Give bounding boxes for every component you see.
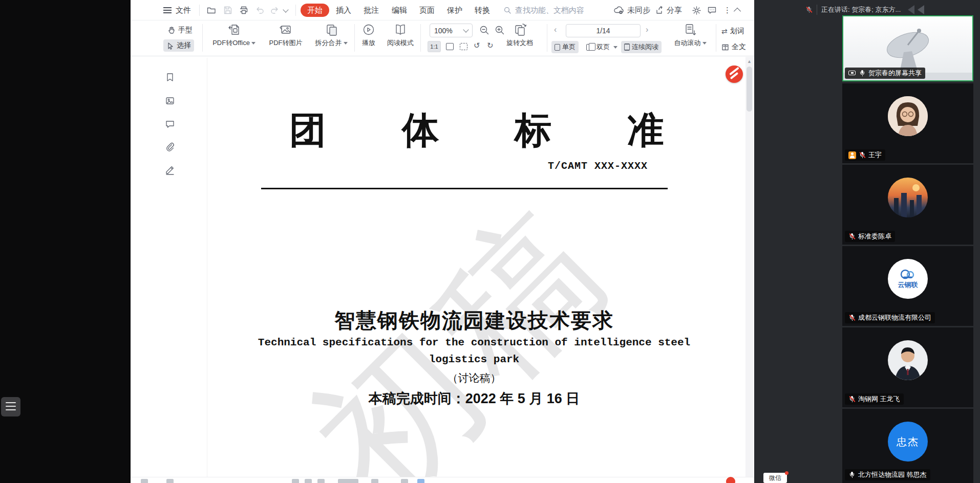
participant-tile[interactable]: 忠杰 北方恒达物流园 韩思杰 [842,409,973,483]
file-menu-label[interactable]: 文件 [176,6,191,15]
participant-name: 成都云钢联物流有限公司 [858,313,931,322]
attachment-icon[interactable] [165,142,175,152]
rotate-doc-label: 旋转文档 [506,38,533,48]
double-page-label: 双页 [596,42,610,52]
participant-name: 标准委陈卓 [858,232,891,241]
wechat-label: 微信 [769,474,781,482]
bottom-icon[interactable] [417,479,424,483]
rotate-right-icon[interactable]: ↻ [487,41,494,50]
document-page[interactable]: 初稿 团体标准 T/CAMT XXX-XXXX 智慧钢铁物流园建设技术要求 Te… [207,58,741,483]
wechat-taskbar-chip[interactable]: 微信 [763,473,787,483]
participant-tile[interactable]: 标准委陈卓 [842,165,973,245]
auto-scroll-label: 自动滚动 [674,38,701,48]
comments-panel-icon[interactable] [165,119,175,129]
continuous-button[interactable]: 连续阅读 [621,41,662,53]
chevron-down-icon [283,7,288,12]
nav-arrows-icon[interactable] [908,5,924,14]
ez-logo-badge[interactable] [726,65,743,83]
split-merge-icon [324,23,338,37]
bookmark-icon[interactable] [165,72,175,82]
hand-label: 手型 [178,26,193,35]
vertical-scrollbar[interactable]: ▲ ▼ [745,57,753,483]
bottom-icon[interactable] [166,479,174,483]
logo-text: 云钢联 [898,280,918,290]
participant-avatar [888,96,928,136]
tab-home[interactable]: 开始 [301,4,329,17]
tab-insert[interactable]: 插入 [332,0,355,20]
bottom-icon[interactable] [317,479,325,483]
actual-size-button[interactable]: 1:1 [428,41,441,52]
bottom-icon[interactable] [305,479,312,483]
zoom-out-button[interactable] [479,25,490,38]
auto-scroll-button[interactable]: 自动滚动 [667,23,713,54]
search-field[interactable]: 查找功能、文档内容 [503,0,584,20]
next-page-button[interactable]: › [646,25,648,34]
participant-name: 淘钢网 王龙飞 [858,394,900,404]
auto-scroll-icon [684,23,697,37]
participant-label: 王宇 [845,149,885,161]
draft-note: （讨论稿） [207,371,741,385]
rotate-doc-button[interactable]: 旋转文档 [495,23,544,54]
notes-list-button[interactable] [1,397,20,416]
double-page-button[interactable]: 双页 [583,41,621,53]
bottom-zoom-slider[interactable] [338,479,358,483]
main-menu-button[interactable]: 文件 [163,0,191,20]
double-page-icon [586,44,592,51]
caret-icon [613,46,617,49]
doc-header-title: 团体标准 [289,112,664,149]
undo-icon [255,5,265,15]
bottom-icon[interactable] [371,479,378,483]
read-mode-button[interactable]: 阅读模式 [377,23,423,54]
red-app-icon[interactable] [726,477,735,483]
cloud-sync-icon [613,6,625,15]
single-page-button[interactable]: 单页 [551,41,579,53]
bottom-icon[interactable] [401,479,408,483]
rotate-left-icon[interactable]: ↺ [474,41,480,50]
tab-convert[interactable]: 转换 [471,0,494,20]
thumbnails-icon[interactable] [165,96,175,106]
open-button[interactable] [206,0,217,20]
redo-button[interactable] [269,0,280,20]
folder-open-icon [206,5,217,15]
translate-icon: ⇄ [721,27,728,35]
full-translate-button[interactable]: 全文 [718,41,749,53]
collapse-toolbar-button[interactable] [735,0,740,20]
pdf-to-image-button[interactable]: PDF转图片 [261,23,310,54]
bottom-icon[interactable] [141,479,148,483]
scrollbar-thumb[interactable] [747,67,752,112]
page-indicator-input[interactable]: 1/14 [566,24,641,37]
save-button[interactable] [223,0,233,20]
fit-width-icon[interactable] [460,43,467,50]
participant-tile[interactable]: 云钢联 成都云钢联物流有限公司 [842,246,973,326]
settings-button[interactable] [692,0,701,20]
pdf-to-office-button[interactable]: PDF转Office [209,23,259,54]
redo-icon [269,5,280,15]
tab-comment[interactable]: 批注 [359,0,383,20]
continuous-icon [624,43,630,51]
participant-tile[interactable]: 淘钢网 王龙飞 [842,327,973,407]
fit-page-icon[interactable] [446,43,454,50]
prev-page-button[interactable]: ‹ [554,25,557,34]
participant-tile[interactable]: 王宇 [842,83,973,163]
participant-tile-screenshare[interactable]: 贺宗春的屏幕共享 [842,15,973,81]
tab-page[interactable]: 页面 [415,0,439,20]
undo-button[interactable] [255,0,265,20]
signature-icon[interactable] [165,165,175,175]
feedback-button[interactable] [707,0,717,20]
word-translate-label: 划词 [730,27,744,36]
more-options-button[interactable]: ⋮ [723,0,731,20]
select-tool-button[interactable]: 选择 [163,39,194,52]
tab-edit[interactable]: 编辑 [388,0,411,20]
hand-tool-button[interactable]: 手型 [164,24,196,36]
zoom-select[interactable]: 100% [430,24,473,37]
tab-protect[interactable]: 保护 [443,0,466,20]
bottom-icon[interactable] [292,479,299,483]
word-translate-button[interactable]: ⇄ 划词 [718,25,748,37]
printer-icon [239,5,249,15]
share-button[interactable]: 分享 [655,0,682,20]
participant-avatar [888,340,928,380]
print-button[interactable] [239,0,249,20]
sync-status[interactable]: 未同步 [613,0,650,20]
quick-access-dropdown[interactable] [284,0,288,20]
scroll-up-icon[interactable]: ▲ [747,59,752,64]
